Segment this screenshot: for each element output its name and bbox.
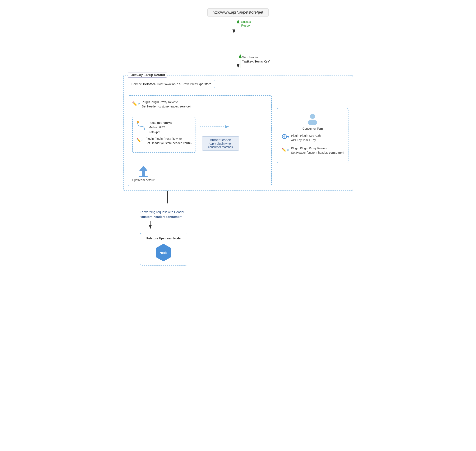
route-plugin-icon: ✏️ ⇄ [136,137,144,144]
svg-text:"apikey: Tom's Key": "apikey: Tom's Key" [242,60,270,63]
service-host-prefix: Host [157,82,163,86]
svg-text:Response: Response [241,24,251,27]
route-info: Route getPetById Method GET Path /pet [149,120,172,134]
connector-line-1 [167,191,168,203]
route-name: getPetById [157,121,172,124]
svg-text:Successful: Successful [241,20,251,23]
hex-node-label: Node [159,251,168,254]
service-prefix: Service [132,82,142,86]
svg-text:With header: With header [242,56,258,59]
route-plugin-value: Set Header {custom-header: [146,141,183,145]
gateway-group-name: Default [154,73,165,77]
upstream-node-title: Petstore Upstream Node [147,237,181,240]
consumer-key-auth-row: Plugin Plugin Key Auth API Key Tom's Key [281,134,344,142]
route-path: /pet [155,131,160,134]
consumer-proxy-text: Plugin Plugin Proxy Rewrite Set Header {… [291,146,344,155]
route-plugin-bold: route [183,141,191,145]
consumer-proxy-icon: ✏️ ⇄ [281,146,289,154]
svg-point-22 [310,114,315,119]
consumer-header: Consumer Tom [281,113,344,130]
svg-point-16 [144,129,145,130]
consumer-key-icon [281,134,289,141]
header-annotation-svg: With header "apikey: Tom's Key" [186,54,290,71]
url-text: http://www.api7.ai/petstore [213,10,257,14]
top-arrows-svg: Successful Response [225,19,251,52]
svg-rect-28 [286,137,287,138]
forwarding-arrow [148,221,152,230]
auth-title: Authentication [206,138,235,142]
url-pill: http://www.api7.ai/petstore/pet [207,8,269,17]
upstream-section: Upstream default [132,164,155,182]
consumer-box: Consumer Tom Pl [277,108,348,163]
route-plugin-row: ✏️ ⇄ Plugin Plugin Proxy Rewrite Set Hea… [136,137,192,145]
consumer-name: Consumer Tom [302,127,323,130]
service-path: /petstore [199,82,211,86]
svg-rect-26 [286,136,289,137]
svg-point-14 [137,123,138,124]
svg-rect-20 [139,176,148,177]
upstream-icon [137,164,150,177]
service-box: Service Petstore Host www.api7.ai Path P… [128,80,215,88]
gateway-group-prefix: Gateway Group [130,73,154,77]
gateway-group: Gateway Group Default Service Petstore H… [123,75,353,191]
consumer-key-auth-text: Plugin Plugin Key Auth API Key Tom's Key [291,134,321,142]
route-method: GET [159,126,165,129]
gateway-group-label: Gateway Group Default [128,73,167,78]
service-host: www.api7.ai [164,82,181,86]
svg-point-15 [140,126,142,127]
service-plugin-icon: ✏️ ⇄ [132,100,140,107]
route-plugin-label: Plugin Proxy Rewrite [155,137,182,140]
route-plugin-text: Plugin Plugin Proxy Rewrite Set Header {… [146,137,192,145]
svg-marker-19 [139,166,148,176]
svg-rect-21 [138,177,149,177]
consumer-proxy-row: ✏️ ⇄ Plugin Plugin Proxy Rewrite Set Hea… [281,146,344,155]
svg-rect-27 [288,137,288,138]
key-icon [281,134,289,141]
route-path-prefix: Path [149,131,156,134]
url-bold: /pet [257,10,263,14]
service-plugin-end: } [190,105,191,108]
route-plugin-end: } [191,141,192,145]
auth-arrows [200,123,241,135]
service-inner: ✏️ ⇄ Plugin Plugin Proxy Rewrite Set Hea… [128,95,272,186]
service-plugin-value: Set Header {custom-header: [142,105,180,108]
route-icon [136,120,146,131]
auth-subtitle: Apply plugin whenconsumer matches [206,142,235,149]
forwarding-section: Forwarding request with Header "custom-h… [123,210,353,266]
service-plugin-text: Plugin Plugin Proxy Rewrite Set Header {… [142,100,191,109]
consumer-avatar-icon [306,113,319,125]
route-method-prefix: Method [149,126,159,129]
service-plugin-bold: service [180,105,190,108]
route-prefix: Route [149,121,157,124]
service-name: Petstore [143,82,156,86]
hex-node: Node [155,243,172,262]
svg-point-23 [308,119,317,125]
service-path-prefix: Path Prefix [182,82,198,86]
upstream-node-box: Petstore Upstream Node Node [140,233,187,266]
url-bar: http://www.api7.ai/petstore/pet [123,8,353,17]
forwarding-label: Forwarding request with Header "custom-h… [140,210,184,219]
service-plugin-row: ✏️ ⇄ Plugin Plugin Proxy Rewrite Set Hea… [132,100,191,109]
auth-label-box: Authentication Apply plugin whenconsumer… [202,136,239,150]
svg-point-25 [283,136,285,138]
route-box: Route getPetById Method GET Path /pet [132,117,195,153]
consumer-avatar [306,113,319,126]
diagram-container: http://www.api7.ai/petstore/pet Successf… [123,8,353,266]
service-plugin-label: Plugin Proxy Rewrite [151,100,178,104]
upstream-label: Upstream default [132,178,155,182]
